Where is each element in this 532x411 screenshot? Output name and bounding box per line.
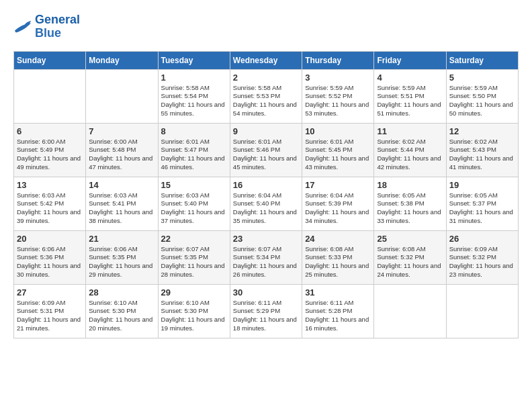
calendar-header-sunday: Sunday bbox=[14, 51, 86, 69]
calendar-cell: 7Sunrise: 6:00 AMSunset: 5:48 PMDaylight… bbox=[86, 123, 158, 177]
calendar-cell: 26Sunrise: 6:09 AMSunset: 5:32 PMDayligh… bbox=[446, 230, 518, 284]
day-number: 22 bbox=[161, 234, 227, 244]
calendar-table: SundayMondayTuesdayWednesdayThursdayFrid… bbox=[13, 51, 519, 338]
calendar-cell: 25Sunrise: 6:08 AMSunset: 5:32 PMDayligh… bbox=[374, 230, 446, 284]
calendar-cell bbox=[14, 69, 86, 123]
cell-info: Sunrise: 6:01 AMSunset: 5:45 PMDaylight:… bbox=[305, 138, 371, 172]
day-number: 8 bbox=[161, 126, 227, 136]
logo-text: General Blue bbox=[35, 13, 80, 40]
day-number: 3 bbox=[305, 73, 371, 83]
calendar-cell: 1Sunrise: 5:58 AMSunset: 5:54 PMDaylight… bbox=[158, 69, 230, 123]
calendar-week-row: 1Sunrise: 5:58 AMSunset: 5:54 PMDaylight… bbox=[14, 69, 519, 123]
cell-info: Sunrise: 6:00 AMSunset: 5:48 PMDaylight:… bbox=[89, 138, 154, 172]
calendar-header-wednesday: Wednesday bbox=[230, 51, 302, 69]
calendar-week-row: 6Sunrise: 6:00 AMSunset: 5:49 PMDaylight… bbox=[14, 123, 519, 177]
day-number: 17 bbox=[305, 180, 371, 190]
calendar-cell: 30Sunrise: 6:11 AMSunset: 5:29 PMDayligh… bbox=[230, 284, 302, 338]
cell-info: Sunrise: 5:59 AMSunset: 5:50 PMDaylight:… bbox=[449, 84, 515, 118]
cell-info: Sunrise: 6:06 AMSunset: 5:36 PMDaylight:… bbox=[17, 245, 83, 279]
cell-info: Sunrise: 6:01 AMSunset: 5:47 PMDaylight:… bbox=[161, 138, 227, 172]
calendar-cell: 8Sunrise: 6:01 AMSunset: 5:47 PMDaylight… bbox=[158, 123, 230, 177]
logo: General Blue bbox=[13, 13, 80, 40]
day-number: 10 bbox=[305, 126, 371, 136]
calendar-cell: 9Sunrise: 6:01 AMSunset: 5:46 PMDaylight… bbox=[230, 123, 302, 177]
day-number: 4 bbox=[377, 73, 443, 83]
calendar-cell: 6Sunrise: 6:00 AMSunset: 5:49 PMDaylight… bbox=[14, 123, 86, 177]
cell-info: Sunrise: 6:06 AMSunset: 5:35 PMDaylight:… bbox=[89, 245, 154, 279]
cell-info: Sunrise: 6:10 AMSunset: 5:30 PMDaylight:… bbox=[89, 299, 154, 333]
logo-bird-icon bbox=[13, 19, 32, 34]
cell-info: Sunrise: 5:58 AMSunset: 5:54 PMDaylight:… bbox=[161, 84, 227, 118]
calendar-cell: 15Sunrise: 6:03 AMSunset: 5:40 PMDayligh… bbox=[158, 177, 230, 230]
calendar-cell: 18Sunrise: 6:05 AMSunset: 5:38 PMDayligh… bbox=[374, 177, 446, 230]
calendar-cell: 11Sunrise: 6:02 AMSunset: 5:44 PMDayligh… bbox=[374, 123, 446, 177]
calendar-header-tuesday: Tuesday bbox=[158, 51, 230, 69]
day-number: 5 bbox=[449, 73, 515, 83]
day-number: 27 bbox=[17, 287, 83, 298]
calendar-body: 1Sunrise: 5:58 AMSunset: 5:54 PMDaylight… bbox=[14, 69, 519, 338]
day-number: 12 bbox=[449, 126, 515, 136]
cell-info: Sunrise: 6:02 AMSunset: 5:43 PMDaylight:… bbox=[449, 138, 515, 172]
calendar-cell: 22Sunrise: 6:07 AMSunset: 5:35 PMDayligh… bbox=[158, 230, 230, 284]
day-number: 2 bbox=[233, 73, 299, 83]
calendar-week-row: 20Sunrise: 6:06 AMSunset: 5:36 PMDayligh… bbox=[14, 230, 519, 284]
calendar-cell bbox=[374, 284, 446, 338]
cell-info: Sunrise: 5:59 AMSunset: 5:51 PMDaylight:… bbox=[377, 84, 443, 118]
calendar-header-friday: Friday bbox=[374, 51, 446, 69]
calendar-cell: 27Sunrise: 6:09 AMSunset: 5:31 PMDayligh… bbox=[14, 284, 86, 338]
day-number: 29 bbox=[161, 287, 227, 298]
day-number: 24 bbox=[305, 234, 371, 244]
calendar-header-saturday: Saturday bbox=[446, 51, 518, 69]
cell-info: Sunrise: 6:09 AMSunset: 5:32 PMDaylight:… bbox=[449, 245, 515, 279]
calendar-header-monday: Monday bbox=[86, 51, 158, 69]
cell-info: Sunrise: 6:04 AMSunset: 5:40 PMDaylight:… bbox=[233, 191, 299, 226]
day-number: 15 bbox=[161, 180, 227, 190]
calendar-cell: 10Sunrise: 6:01 AMSunset: 5:45 PMDayligh… bbox=[302, 123, 374, 177]
calendar-cell: 31Sunrise: 6:11 AMSunset: 5:28 PMDayligh… bbox=[302, 284, 374, 338]
calendar-cell: 19Sunrise: 6:05 AMSunset: 5:37 PMDayligh… bbox=[446, 177, 518, 230]
calendar-cell: 20Sunrise: 6:06 AMSunset: 5:36 PMDayligh… bbox=[14, 230, 86, 284]
day-number: 31 bbox=[305, 287, 371, 298]
cell-info: Sunrise: 6:10 AMSunset: 5:30 PMDaylight:… bbox=[161, 299, 227, 333]
calendar-cell: 24Sunrise: 6:08 AMSunset: 5:33 PMDayligh… bbox=[302, 230, 374, 284]
cell-info: Sunrise: 5:58 AMSunset: 5:53 PMDaylight:… bbox=[233, 84, 299, 118]
page-header: General Blue bbox=[13, 13, 519, 40]
cell-info: Sunrise: 6:08 AMSunset: 5:32 PMDaylight:… bbox=[377, 245, 443, 279]
cell-info: Sunrise: 6:08 AMSunset: 5:33 PMDaylight:… bbox=[305, 245, 371, 279]
day-number: 30 bbox=[233, 287, 299, 298]
calendar-cell: 17Sunrise: 6:04 AMSunset: 5:39 PMDayligh… bbox=[302, 177, 374, 230]
cell-info: Sunrise: 6:09 AMSunset: 5:31 PMDaylight:… bbox=[17, 299, 83, 333]
cell-info: Sunrise: 6:05 AMSunset: 5:38 PMDaylight:… bbox=[377, 191, 443, 226]
day-number: 16 bbox=[233, 180, 299, 190]
calendar-cell: 29Sunrise: 6:10 AMSunset: 5:30 PMDayligh… bbox=[158, 284, 230, 338]
calendar-cell: 2Sunrise: 5:58 AMSunset: 5:53 PMDaylight… bbox=[230, 69, 302, 123]
day-number: 7 bbox=[89, 126, 154, 136]
cell-info: Sunrise: 6:11 AMSunset: 5:29 PMDaylight:… bbox=[233, 299, 299, 333]
cell-info: Sunrise: 6:03 AMSunset: 5:40 PMDaylight:… bbox=[161, 191, 227, 226]
day-number: 20 bbox=[17, 234, 83, 244]
cell-info: Sunrise: 6:04 AMSunset: 5:39 PMDaylight:… bbox=[305, 191, 371, 226]
cell-info: Sunrise: 6:05 AMSunset: 5:37 PMDaylight:… bbox=[449, 191, 515, 226]
calendar-cell: 28Sunrise: 6:10 AMSunset: 5:30 PMDayligh… bbox=[86, 284, 158, 338]
day-number: 11 bbox=[377, 126, 443, 136]
calendar-header-row: SundayMondayTuesdayWednesdayThursdayFrid… bbox=[14, 51, 519, 69]
cell-info: Sunrise: 6:00 AMSunset: 5:49 PMDaylight:… bbox=[17, 138, 83, 172]
calendar-week-row: 27Sunrise: 6:09 AMSunset: 5:31 PMDayligh… bbox=[14, 284, 519, 338]
day-number: 23 bbox=[233, 234, 299, 244]
cell-info: Sunrise: 6:07 AMSunset: 5:34 PMDaylight:… bbox=[233, 245, 299, 279]
calendar-header-thursday: Thursday bbox=[302, 51, 374, 69]
day-number: 26 bbox=[449, 234, 515, 244]
calendar-cell: 3Sunrise: 5:59 AMSunset: 5:52 PMDaylight… bbox=[302, 69, 374, 123]
cell-info: Sunrise: 6:11 AMSunset: 5:28 PMDaylight:… bbox=[305, 299, 371, 333]
day-number: 13 bbox=[17, 180, 83, 190]
calendar-cell: 23Sunrise: 6:07 AMSunset: 5:34 PMDayligh… bbox=[230, 230, 302, 284]
cell-info: Sunrise: 6:07 AMSunset: 5:35 PMDaylight:… bbox=[161, 245, 227, 279]
calendar-cell: 14Sunrise: 6:03 AMSunset: 5:41 PMDayligh… bbox=[86, 177, 158, 230]
day-number: 18 bbox=[377, 180, 443, 190]
day-number: 14 bbox=[89, 180, 154, 190]
calendar-cell bbox=[86, 69, 158, 123]
cell-info: Sunrise: 6:03 AMSunset: 5:42 PMDaylight:… bbox=[17, 191, 83, 226]
day-number: 19 bbox=[449, 180, 515, 190]
day-number: 9 bbox=[233, 126, 299, 136]
calendar-cell: 4Sunrise: 5:59 AMSunset: 5:51 PMDaylight… bbox=[374, 69, 446, 123]
